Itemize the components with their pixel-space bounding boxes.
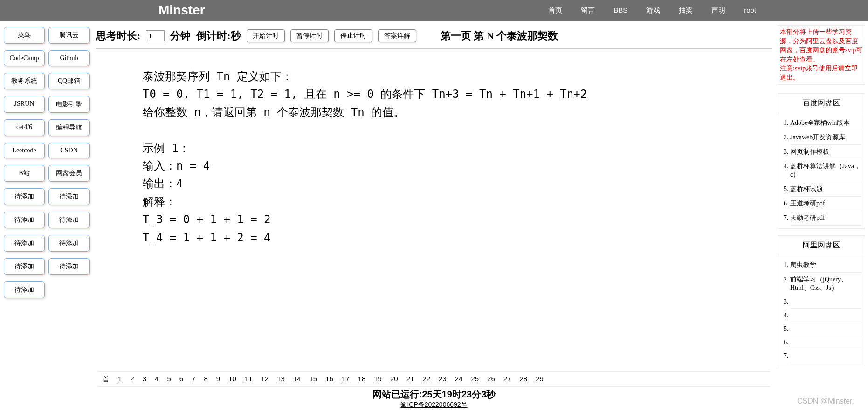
page-21[interactable]: 21	[406, 375, 414, 384]
minute-label: 分钟	[170, 29, 191, 43]
nav-lottery[interactable]: 抽奖	[679, 6, 693, 15]
left-link-19[interactable]: 待添加	[48, 235, 90, 252]
toolbar: 思考时长: 分钟 倒计时:秒 开始计时 暂停计时 停止计时 答案详解 第一页 第…	[96, 21, 772, 49]
page-17[interactable]: 17	[342, 375, 350, 384]
baidu-title: 百度网盘区	[778, 94, 865, 113]
footer: 网站已运行:25天19时23分3秒 蜀ICP备2022006692号	[93, 388, 775, 409]
ali-item-6[interactable]	[790, 349, 862, 363]
ali-item-0[interactable]: 爬虫教学	[790, 258, 862, 273]
ali-item-4[interactable]	[790, 322, 862, 336]
page-27[interactable]: 27	[503, 375, 511, 384]
page-28[interactable]: 28	[519, 375, 527, 384]
page-24[interactable]: 24	[455, 375, 463, 384]
page-25[interactable]: 25	[471, 375, 479, 384]
right-sidebar: 本部分将上传一些学习资源，分为阿里云盘以及百度网盘，百度网盘的账号svip可在左…	[775, 21, 868, 411]
left-link-2[interactable]: CodeCamp	[4, 50, 45, 66]
brand: Minster	[158, 3, 205, 18]
left-link-9[interactable]: 编程导航	[48, 119, 90, 136]
page-20[interactable]: 20	[390, 375, 398, 384]
page-6[interactable]: 6	[179, 375, 183, 384]
page-16[interactable]: 16	[325, 375, 333, 384]
page-10[interactable]: 10	[228, 375, 236, 384]
pager: 首123456789101112131415161718192021222324…	[98, 371, 770, 387]
page-14[interactable]: 14	[293, 375, 301, 384]
center-panel: 思考时长: 分钟 倒计时:秒 开始计时 暂停计时 停止计时 答案详解 第一页 第…	[93, 21, 775, 411]
ali-item-5[interactable]	[790, 336, 862, 349]
ali-panel: 阿里网盘区 爬虫教学前端学习（jQuery、Html、Css、Js）	[778, 235, 865, 366]
page-5[interactable]: 5	[167, 375, 171, 384]
baidu-item-3[interactable]: 蓝桥杯算法讲解（Java，c）	[790, 159, 862, 182]
left-link-18[interactable]: 待添加	[4, 235, 45, 252]
left-link-5[interactable]: QQ邮箱	[48, 73, 90, 89]
nav-home[interactable]: 首页	[548, 6, 562, 15]
ali-item-2[interactable]	[790, 295, 862, 309]
left-link-12[interactable]: B站	[4, 165, 45, 182]
nav-notice[interactable]: 声明	[711, 6, 725, 15]
left-link-3[interactable]: Github	[48, 50, 90, 66]
left-link-16[interactable]: 待添加	[4, 212, 45, 228]
page-1[interactable]: 1	[118, 375, 122, 384]
top-nav: 首页 留言 BBS 游戏 抽奖 声明 root	[548, 6, 756, 15]
baidu-item-6[interactable]: 天勤考研pdf	[790, 211, 862, 226]
page-13[interactable]: 13	[277, 375, 285, 384]
left-link-7[interactable]: 电影引擎	[48, 96, 90, 113]
problem-content: 泰波那契序列 Tn 定义如下： T0 = 0, T1 = 1, T2 = 1, …	[96, 49, 772, 265]
page-3[interactable]: 3	[143, 375, 146, 384]
page-首[interactable]: 首	[103, 375, 110, 384]
left-link-14[interactable]: 待添加	[4, 188, 45, 205]
left-link-6[interactable]: JSRUN	[4, 96, 45, 113]
page-2[interactable]: 2	[130, 375, 134, 384]
baidu-panel: 百度网盘区 Adobe全家桶win版本Javaweb开发资源库网页制作模板蓝桥杯…	[778, 93, 865, 229]
baidu-item-1[interactable]: Javaweb开发资源库	[790, 130, 862, 145]
left-link-10[interactable]: Leetcode	[4, 143, 45, 158]
nav-bbs[interactable]: BBS	[613, 6, 627, 15]
baidu-item-0[interactable]: Adobe全家桶win版本	[790, 116, 862, 130]
icp-link[interactable]: 蜀ICP备2022006692号	[93, 401, 775, 409]
page-23[interactable]: 23	[439, 375, 447, 384]
notice-text: 本部分将上传一些学习资源，分为阿里云盘以及百度网盘，百度网盘的账号svip可在左…	[778, 25, 865, 85]
page-11[interactable]: 11	[245, 375, 253, 384]
page-4[interactable]: 4	[155, 375, 158, 384]
page-19[interactable]: 19	[374, 375, 382, 384]
nav-msg[interactable]: 留言	[581, 6, 595, 15]
left-sidebar: 菜鸟腾讯云CodeCampGithub教务系统QQ邮箱JSRUN电影引擎cet4…	[0, 21, 93, 411]
think-label: 思考时长:	[96, 29, 140, 43]
left-link-8[interactable]: cet4/6	[4, 119, 45, 136]
left-link-15[interactable]: 待添加	[48, 188, 90, 205]
start-timer-button[interactable]: 开始计时	[247, 29, 285, 42]
left-link-13[interactable]: 网盘会员	[48, 165, 90, 182]
countdown-label: 倒计时:秒	[196, 29, 241, 43]
answer-button[interactable]: 答案详解	[378, 29, 416, 42]
ali-item-1[interactable]: 前端学习（jQuery、Html、Css、Js）	[790, 273, 862, 295]
page-26[interactable]: 26	[487, 375, 495, 384]
pause-timer-button[interactable]: 暂停计时	[290, 29, 329, 42]
topbar: Minster 首页 留言 BBS 游戏 抽奖 声明 root	[0, 0, 868, 21]
baidu-item-5[interactable]: 王道考研pdf	[790, 197, 862, 211]
stop-timer-button[interactable]: 停止计时	[334, 29, 372, 42]
left-link-0[interactable]: 菜鸟	[4, 27, 45, 44]
left-link-20[interactable]: 待添加	[4, 258, 45, 275]
left-link-1[interactable]: 腾讯云	[48, 27, 90, 44]
page-8[interactable]: 8	[204, 375, 207, 384]
ali-item-3[interactable]	[790, 309, 862, 322]
left-link-4[interactable]: 教务系统	[4, 73, 45, 89]
page-22[interactable]: 22	[422, 375, 430, 384]
left-link-21[interactable]: 待添加	[48, 258, 90, 275]
page-29[interactable]: 29	[536, 375, 544, 384]
page-18[interactable]: 18	[358, 375, 366, 384]
think-input[interactable]	[146, 30, 165, 41]
left-link-22[interactable]: 待添加	[4, 281, 45, 298]
nav-root[interactable]: root	[744, 6, 756, 15]
nav-game[interactable]: 游戏	[646, 6, 660, 15]
page-12[interactable]: 12	[261, 375, 269, 384]
baidu-item-2[interactable]: 网页制作模板	[790, 145, 862, 159]
page-7[interactable]: 7	[192, 375, 195, 384]
left-link-11[interactable]: CSDN	[48, 143, 90, 158]
baidu-item-4[interactable]: 蓝桥杯试题	[790, 182, 862, 197]
ali-title: 阿里网盘区	[778, 236, 865, 255]
page-9[interactable]: 9	[216, 375, 220, 384]
page-title: 第一页 第 N 个泰波那契数	[441, 29, 558, 43]
runtime-text: 网站已运行:25天19时23分3秒	[93, 388, 775, 401]
page-15[interactable]: 15	[310, 375, 317, 384]
left-link-17[interactable]: 待添加	[48, 212, 90, 228]
